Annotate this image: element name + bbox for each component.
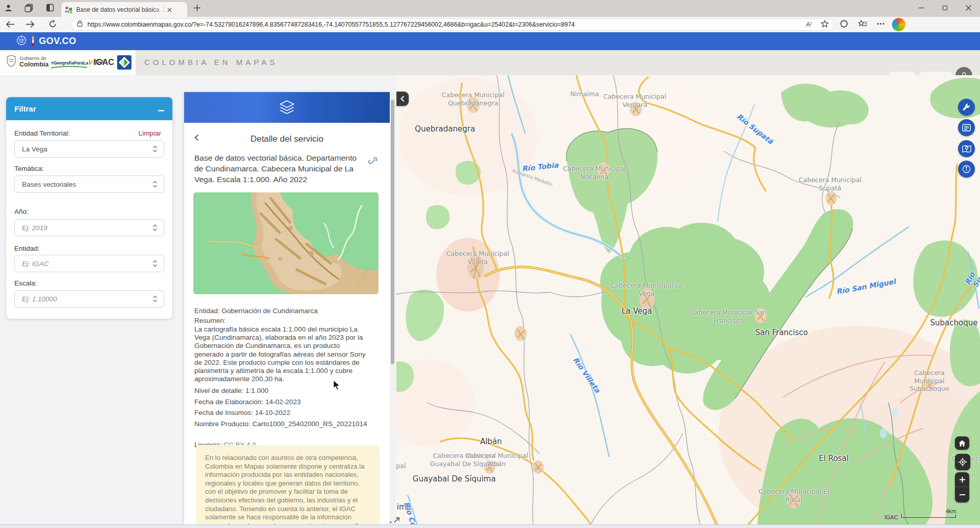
window-bottom-edge bbox=[0, 524, 980, 528]
metadata-line: Fecha de Insumos: 14-10-2022 bbox=[194, 409, 367, 416]
metadata-line: Fecha de Elaboración: 14-02-2023 bbox=[194, 398, 367, 406]
new-tab-icon[interactable] bbox=[193, 4, 201, 12]
territorial-entity-select[interactable]: La Vega bbox=[14, 140, 164, 158]
basemap-button[interactable] bbox=[958, 140, 975, 157]
year-select[interactable]: Ej: 2019 bbox=[14, 219, 164, 236]
window-minimize-button[interactable] bbox=[909, 0, 933, 15]
map-attribution: IGAC bbox=[882, 514, 901, 520]
chevron-updown-icon bbox=[152, 224, 158, 231]
tools-button[interactable] bbox=[958, 99, 975, 116]
layers-icon bbox=[278, 100, 296, 115]
settings-more-icon[interactable] bbox=[877, 23, 885, 25]
filter-panel-header[interactable]: Filtrar bbox=[6, 97, 172, 120]
tab-actions-icon[interactable] bbox=[25, 4, 33, 12]
favorite-star-icon[interactable] bbox=[821, 20, 829, 30]
zoom-out-button[interactable] bbox=[955, 487, 969, 502]
url-bar[interactable]: https://www.colombiaenmapas.gov.co/?e=-7… bbox=[71, 18, 834, 31]
lock-icon bbox=[77, 20, 83, 29]
caret-down-icon bbox=[389, 521, 393, 524]
forward-icon[interactable] bbox=[26, 20, 34, 28]
workspaces-icon[interactable] bbox=[46, 4, 54, 12]
field-label: Entidad Territorial: bbox=[14, 129, 70, 137]
metadata-line: Nombre Producto: Carto1000_25402000_RS_2… bbox=[194, 420, 367, 428]
browser-tab[interactable]: Base de datos vectorial básica. De bbox=[61, 2, 187, 17]
scale-select[interactable]: Ej: 1:10000 bbox=[14, 290, 164, 307]
copilot-icon[interactable] bbox=[892, 18, 905, 31]
field-label: Temática: bbox=[14, 165, 44, 172]
extensions-icon[interactable] bbox=[840, 20, 849, 29]
detail-resumen-label: Resumen: bbox=[194, 317, 226, 324]
share-link-icon[interactable] bbox=[368, 156, 377, 167]
theme-select[interactable]: Bases vectoriales bbox=[14, 175, 164, 193]
field-label: Año: bbox=[14, 208, 29, 215]
legend-button[interactable] bbox=[958, 119, 975, 136]
service-thumbnail[interactable] bbox=[193, 192, 378, 294]
field-label: Escala: bbox=[14, 279, 37, 287]
field-label: Entidad: bbox=[14, 245, 40, 252]
detail-resumen-text: La cartografía básica escala 1:1.000 del… bbox=[194, 325, 371, 383]
igac-logo[interactable]: IGAC bbox=[94, 55, 132, 70]
site-favicon bbox=[65, 6, 73, 13]
collapse-icon[interactable] bbox=[158, 104, 164, 114]
map-canvas bbox=[396, 75, 980, 524]
back-icon[interactable] bbox=[6, 20, 15, 28]
tab-title: Base de datos vectorial básica. De bbox=[76, 6, 166, 13]
refresh-icon[interactable] bbox=[49, 20, 57, 28]
map-viewport[interactable]: Cabecera Municipal QuebradanegraQuebrada… bbox=[396, 75, 980, 524]
expand-arrow-icon bbox=[393, 516, 400, 524]
browser-tab-strip: Base de datos vectorial básica. De bbox=[0, 0, 980, 17]
tab-close-icon[interactable] bbox=[167, 5, 172, 14]
service-detail-panel: Detalle del servicio Base de datos vecto… bbox=[184, 92, 390, 524]
window-close-button[interactable] bbox=[956, 0, 980, 15]
zoom-in-button[interactable] bbox=[955, 472, 969, 487]
govco-bar: GOV.CO bbox=[0, 32, 980, 50]
scale-bar bbox=[901, 514, 956, 518]
govco-emblem-icon bbox=[15, 34, 28, 49]
filter-title: Filtrar bbox=[14, 104, 36, 113]
scale-label: 4km bbox=[946, 508, 956, 514]
detail-heading: Detalle del servicio bbox=[184, 134, 390, 144]
govco-logo-text[interactable]: GOV.CO bbox=[39, 36, 76, 47]
profile-icon[interactable] bbox=[4, 4, 13, 12]
site-title: COLOMBIA EN MAPAS bbox=[144, 58, 278, 67]
zoom-controls bbox=[955, 472, 969, 502]
chevron-updown-icon bbox=[152, 260, 158, 267]
panel-resize-control[interactable] bbox=[389, 514, 404, 524]
url-text: https://www.colombiaenmapas.gov.co/?e=-7… bbox=[87, 21, 645, 28]
detail-scrollbar[interactable] bbox=[390, 92, 395, 524]
filter-panel: Filtrar Entidad Territorial: Limpiar La … bbox=[6, 97, 172, 319]
panel-collapse-chevron-icon[interactable] bbox=[396, 92, 409, 106]
chevron-updown-icon bbox=[152, 295, 158, 302]
service-title: Base de datos vectorial básica. Departam… bbox=[194, 152, 363, 185]
detail-entity: Entidad: Gobernación de Cundinamarca bbox=[194, 307, 318, 315]
gobierno-logo[interactable]: Gobierno de Colombia bbox=[6, 54, 49, 68]
flag-divider bbox=[32, 36, 34, 47]
home-button[interactable] bbox=[955, 436, 969, 450]
chevron-updown-icon bbox=[152, 145, 158, 152]
clear-filters-link[interactable]: Limpiar bbox=[139, 129, 161, 137]
window-maximize-button[interactable] bbox=[933, 0, 956, 15]
detail-metadata-list: Nivel de detalle: 1:1.000Fecha de Elabor… bbox=[194, 387, 367, 431]
read-aloud-icon[interactable]: A) bbox=[806, 20, 812, 28]
scrollbar-thumb[interactable] bbox=[391, 100, 394, 364]
chevron-updown-icon bbox=[152, 181, 158, 188]
locate-button[interactable] bbox=[955, 454, 970, 470]
info-button[interactable] bbox=[958, 161, 975, 178]
detail-panel-banner bbox=[184, 92, 390, 123]
disclaimer-notice: En lo relacionado con asuntos de otra co… bbox=[196, 445, 380, 524]
entity-select[interactable]: Ej: IGAC bbox=[14, 255, 164, 272]
favorites-bar-icon[interactable] bbox=[858, 20, 867, 28]
mouse-cursor bbox=[333, 380, 342, 391]
